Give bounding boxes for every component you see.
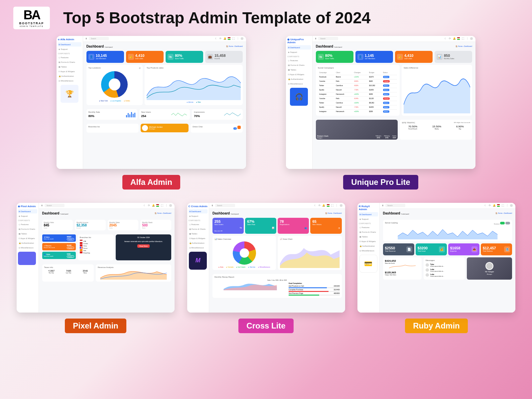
cross-screenshot: C Cross Admin ⊞ Dashboard ◈ Support Comp… [187,203,345,313]
alfa-badge: Alfa Admin [122,175,180,190]
unique-badge: Unique Pro Lite [343,175,418,190]
pixel-screenshot: ◈ Pixel Admin ⊞ Dashboard ◈ Support Comp… [17,203,175,313]
ruby-screenshot: R RubyX Admin ⊞ Dashboard ◈ Support Comp… [357,203,515,313]
unique-screenshot: ◉ UniquePro Admin ⊞ Dashboard ◈ Support … [286,36,475,169]
alfa-screenshot: α Alfa Admin ⊞ Dashboard ◈ Support Compo… [57,36,246,169]
site-logo: BA BOOTSTRAP ADMIN TEMPLATE [13,7,50,29]
page-title: Top 5 Bootstrap Admin Template of 2024 [63,9,371,27]
ruby-badge: Ruby Admin [405,319,467,333]
cross-badge: Cross Lite [238,319,293,333]
pixel-badge: Pixel Admin [65,319,126,333]
